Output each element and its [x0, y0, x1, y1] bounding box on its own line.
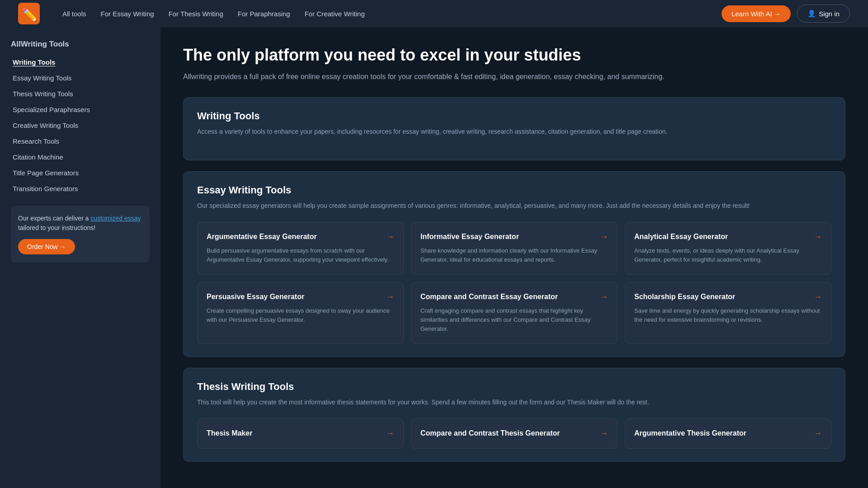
analytical-essay-card[interactable]: Analytical Essay Generator → Analyze tex… [625, 222, 831, 275]
persuasive-essay-desc: Create compelling persuasive essays desi… [207, 306, 394, 324]
scholarship-essay-title: Scholarship Essay Generator [634, 293, 735, 301]
analytical-essay-title: Analytical Essay Generator [634, 233, 728, 241]
compare-contrast-essay-card[interactable]: Compare and Contrast Essay Generator → C… [411, 282, 618, 344]
user-icon: 👤 [807, 9, 816, 18]
customized-essay-link[interactable]: customized essay [90, 215, 141, 222]
nav-links: All tools For Essay Writing For Thesis W… [62, 10, 703, 18]
navbar: ✏️ All tools For Essay Writing For Thesi… [0, 0, 868, 27]
informative-essay-title: Informative Essay Generator [420, 233, 519, 241]
sidebar-item-creative-writing-tools[interactable]: Creative Writing Tools [11, 118, 150, 132]
sidebar-item-essay-writing-tools[interactable]: Essay Writing Tools [11, 71, 150, 85]
informative-essay-arrow: → [600, 232, 608, 242]
nav-all-tools[interactable]: All tools [62, 10, 86, 18]
thesis-writing-tools-section: Thesis Writing Tools This tool will help… [183, 368, 845, 461]
svg-text:✏️: ✏️ [22, 7, 38, 22]
thesis-maker-title: Thesis Maker [207, 429, 252, 437]
argumentative-essay-arrow: → [386, 232, 394, 242]
thesis-maker-arrow: → [386, 429, 394, 438]
scholarship-essay-arrow: → [814, 292, 822, 302]
sign-in-button[interactable]: 👤 Sign in [797, 5, 850, 23]
sidebar-cta-text: Our experts can deliver a customized ess… [18, 214, 142, 233]
page-subtitle: Allwriting provides a full pack of free … [183, 71, 680, 83]
argumentative-thesis-title: Argumentative Thesis Generator [634, 429, 746, 437]
essay-tools-grid: Argumentative Essay Generator → Build pe… [197, 222, 831, 344]
main-content: The only platform you need to excel in y… [160, 27, 868, 488]
writing-tools-section: Writing Tools Access a variety of tools … [183, 97, 845, 160]
argumentative-thesis-card[interactable]: Argumentative Thesis Generator → [625, 418, 831, 449]
compare-contrast-essay-desc: Craft engaging compare and contrast essa… [420, 306, 608, 333]
thesis-section-desc: This tool will help you create the most … [197, 397, 831, 407]
thesis-maker-card[interactable]: Thesis Maker → [197, 418, 404, 449]
compare-contrast-essay-arrow: → [600, 292, 608, 302]
compare-contrast-thesis-title: Compare and Contrast Thesis Generator [420, 429, 560, 437]
nav-thesis-writing[interactable]: For Thesis Writing [169, 10, 223, 18]
scholarship-essay-card[interactable]: Scholarship Essay Generator → Save time … [625, 282, 831, 344]
nav-paraphrasing[interactable]: For Paraphrasing [238, 10, 290, 18]
page-title: The only platform you need to excel in y… [183, 45, 845, 65]
sidebar-cta: Our experts can deliver a customized ess… [11, 206, 150, 263]
compare-contrast-essay-title: Compare and Contrast Essay Generator [420, 293, 558, 301]
nav-essay-writing[interactable]: For Essay Writing [101, 10, 154, 18]
persuasive-essay-card[interactable]: Persuasive Essay Generator → Create comp… [197, 282, 404, 344]
essay-section-title: Essay Writing Tools [197, 184, 831, 196]
analytical-essay-desc: Analyze texts, events, or ideas deeply w… [634, 246, 822, 264]
sidebar-item-title-page-generators[interactable]: Title Page Generators [11, 166, 150, 180]
sidebar-item-citation-machine[interactable]: Citation Machine [11, 150, 150, 164]
argumentative-thesis-arrow: → [814, 429, 822, 438]
analytical-essay-arrow: → [814, 232, 822, 242]
persuasive-essay-arrow: → [386, 292, 394, 302]
argumentative-essay-desc: Build persuasive argumentative essays fr… [207, 246, 394, 264]
sidebar-item-transition-generators[interactable]: Transition Generators [11, 182, 150, 196]
persuasive-essay-title: Persuasive Essay Generator [207, 293, 304, 301]
sidebar-title: AllWriting Tools [11, 40, 150, 49]
thesis-section-title: Thesis Writing Tools [197, 381, 831, 393]
thesis-tools-grid: Thesis Maker → Compare and Contrast Thes… [197, 418, 831, 449]
main-layout: AllWriting Tools Writing Tools Essay Wri… [0, 27, 868, 488]
informative-essay-desc: Share knowledge and information clearly … [420, 246, 608, 264]
compare-contrast-thesis-card[interactable]: Compare and Contrast Thesis Generator → [411, 418, 618, 449]
argumentative-essay-card[interactable]: Argumentative Essay Generator → Build pe… [197, 222, 404, 275]
site-logo: ✏️ [18, 3, 40, 24]
essay-writing-tools-section: Essay Writing Tools Our specialized essa… [183, 171, 845, 357]
sidebar-item-specialized-paraphrasers[interactable]: Specialized Paraphrasers [11, 103, 150, 117]
order-now-button[interactable]: Order Now → [18, 239, 75, 254]
writing-tools-section-title: Writing Tools [197, 110, 831, 122]
nav-creative-writing[interactable]: For Creative Writing [305, 10, 365, 18]
sidebar-item-research-tools[interactable]: Research Tools [11, 134, 150, 148]
sidebar-item-thesis-writing-tools[interactable]: Thesis Writing Tools [11, 87, 150, 101]
essay-section-desc: Our specialized essay generators will he… [197, 201, 831, 211]
scholarship-essay-desc: Save time and energy by quickly generati… [634, 306, 822, 324]
argumentative-essay-title: Argumentative Essay Generator [207, 233, 317, 241]
learn-with-ai-button[interactable]: Learn With AI → [722, 5, 791, 22]
sidebar-item-writing-tools[interactable]: Writing Tools [11, 55, 150, 69]
writing-tools-section-desc: Access a variety of tools to enhance you… [197, 127, 831, 136]
informative-essay-card[interactable]: Informative Essay Generator → Share know… [411, 222, 618, 275]
sidebar: AllWriting Tools Writing Tools Essay Wri… [0, 27, 160, 488]
compare-contrast-thesis-arrow: → [600, 429, 608, 438]
nav-actions: Learn With AI → 👤 Sign in [722, 5, 850, 23]
